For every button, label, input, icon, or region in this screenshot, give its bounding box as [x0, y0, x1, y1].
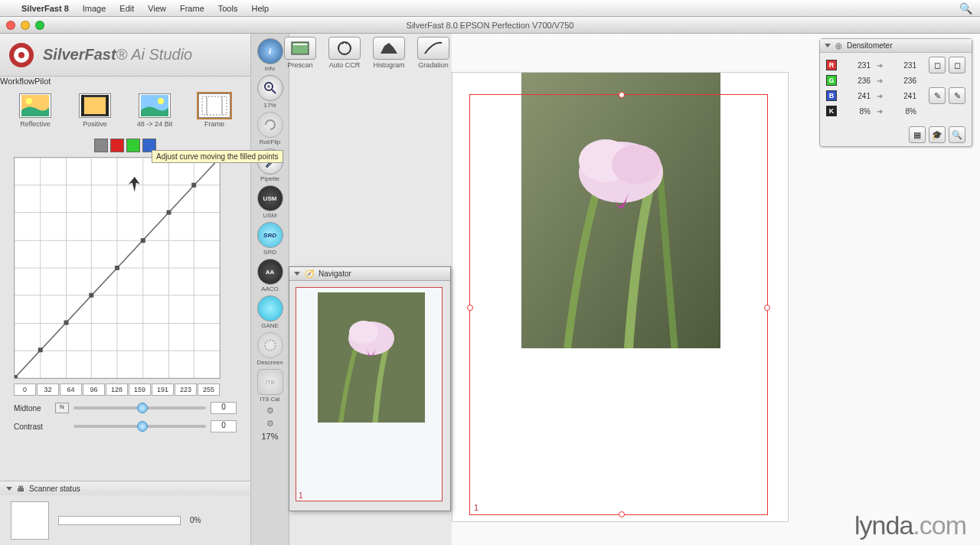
disclosure-icon[interactable] — [294, 272, 300, 276]
densi-btn-3[interactable]: ✎ — [929, 87, 946, 104]
tool-gane[interactable]: GANE — [255, 295, 286, 329]
curve-values: 0 32 64 96 128 159 191 223 255 — [14, 383, 237, 396]
tool-info[interactable]: iInfo — [255, 38, 286, 72]
midtone-label: Midtone — [14, 404, 51, 413]
densi-action-2[interactable]: 🎓 — [929, 126, 946, 143]
arrow-icon: ➔ — [877, 61, 883, 70]
menu-view[interactable]: View — [148, 4, 166, 13]
tool-srd[interactable]: SRDSRD — [255, 222, 286, 256]
channel-r-icon: R — [826, 60, 837, 70]
macos-menubar: SilverFast 8 Image Edit View Frame Tools… — [0, 0, 980, 17]
tool-it8[interactable]: IT8IT8 Cal — [255, 369, 286, 403]
navigator-frame[interactable] — [296, 287, 443, 501]
source-bar: Reflective Positive 48 -> 24 Bit Frame — [0, 86, 250, 135]
menu-help[interactable]: Help — [251, 4, 269, 13]
midtone-knob[interactable] — [137, 403, 148, 413]
svg-rect-40 — [15, 375, 18, 378]
svg-rect-43 — [89, 293, 93, 298]
densi-btn-2[interactable]: ◻ — [949, 57, 965, 73]
curve-val-8[interactable]: 255 — [198, 383, 220, 396]
midtone-value[interactable]: 0 — [211, 402, 237, 414]
menu-tools[interactable]: Tools — [218, 4, 238, 13]
menu-image[interactable]: Image — [83, 4, 106, 13]
svg-line-50 — [272, 90, 276, 93]
navigator-icon: 🧭 — [305, 269, 314, 278]
svg-point-9 — [18, 52, 24, 58]
densi-row-b: B241➔241 ✎✎ — [826, 88, 965, 103]
tool-usm[interactable]: USMUSM — [255, 185, 286, 219]
contrast-knob[interactable] — [137, 421, 148, 432]
window-title: SilverFast 8.0 EPSON Perfection V700/V75… — [0, 21, 980, 30]
source-positive-label: Positive — [74, 120, 116, 128]
svg-rect-13 — [84, 97, 106, 114]
spotlight-icon[interactable]: 🔍 — [959, 2, 972, 15]
curve-val-0[interactable]: 0 — [14, 383, 36, 396]
svg-point-17 — [158, 98, 164, 104]
tool-gear1[interactable]: ⚙ — [255, 406, 286, 416]
densitometer-panel[interactable]: ◎Densitometer R231➔231 ◻◻ G236➔236 B241➔… — [819, 38, 972, 147]
watermark: lynda.com — [854, 511, 966, 540]
tool-descreen[interactable]: Descreen — [255, 332, 286, 366]
tool-rotflip[interactable]: Rot/Flip — [255, 112, 286, 145]
selection-box[interactable] — [469, 94, 768, 515]
svg-rect-59 — [318, 292, 425, 423]
source-frame-label: Frame — [193, 120, 236, 128]
contrast-value[interactable]: 0 — [211, 420, 237, 432]
navigator-thumbnail — [318, 292, 425, 423]
svg-rect-44 — [115, 266, 119, 270]
app-menu[interactable]: SilverFast 8 — [21, 4, 69, 13]
channel-green[interactable] — [126, 139, 140, 152]
midtone-slider[interactable] — [74, 406, 206, 410]
status-percent: 0% — [190, 516, 201, 524]
source-positive[interactable]: Positive — [74, 93, 116, 128]
curve-val-1[interactable]: 32 — [37, 383, 59, 396]
handle-bottom[interactable] — [619, 511, 625, 517]
handle-left[interactable] — [467, 305, 473, 311]
left-panel: SilverFast® Ai Studio WorkflowPilot Refl… — [0, 34, 251, 545]
channel-gray[interactable] — [94, 139, 108, 152]
tool-zoom[interactable]: 17% — [255, 75, 286, 109]
channel-red[interactable] — [110, 139, 124, 152]
source-bitdepth[interactable]: 48 -> 24 Bit — [133, 93, 176, 128]
menu-frame[interactable]: Frame — [180, 4, 204, 13]
svg-rect-47 — [191, 183, 196, 188]
densi-btn-4[interactable]: ✎ — [949, 87, 965, 104]
handle-right[interactable] — [764, 305, 770, 311]
source-reflective[interactable]: Reflective — [14, 93, 57, 128]
tool-aaco[interactable]: AAAACO — [255, 259, 286, 292]
densi-row-g: G236➔236 — [826, 73, 965, 88]
scanner-status-panel: 🖶Scanner status 0% — [0, 481, 250, 545]
gradation-curve[interactable] — [14, 157, 220, 379]
curve-val-7[interactable]: 223 — [175, 383, 197, 396]
curve-val-5[interactable]: 159 — [129, 383, 151, 396]
svg-rect-14 — [81, 95, 83, 116]
navigator-title: Navigator — [318, 269, 351, 278]
contrast-label: Contrast — [14, 423, 51, 431]
svg-rect-15 — [106, 95, 109, 116]
densi-action-3[interactable]: 🔍 — [949, 126, 965, 143]
midtone-n[interactable]: N — [55, 403, 69, 413]
source-frame[interactable]: Frame — [193, 93, 236, 128]
window-titlebar: SilverFast 8.0 EPSON Perfection V700/V75… — [0, 17, 980, 34]
curve-val-4[interactable]: 128 — [106, 383, 128, 396]
disclosure-icon[interactable] — [6, 487, 12, 491]
handle-top[interactable] — [619, 92, 625, 98]
svg-point-11 — [26, 98, 32, 104]
tool-gear2[interactable]: ⚙ — [255, 419, 286, 429]
densi-action-1[interactable]: ▦ — [909, 126, 926, 143]
brand-text: SilverFast® Ai Studio — [43, 46, 192, 64]
vertical-toolcolumn: iInfo 17% Rot/Flip Pipette USMUSM SRDSRD… — [251, 34, 289, 545]
curve-val-3[interactable]: 96 — [83, 383, 105, 396]
curve-val-6[interactable]: 191 — [152, 383, 174, 396]
workflowpilot-icon[interactable] — [8, 41, 35, 69]
menu-edit[interactable]: Edit — [119, 4, 134, 13]
navigator-window[interactable]: 🧭Navigator 1 — [289, 266, 451, 511]
preview-canvas[interactable]: 1 — [452, 72, 789, 522]
disclosure-icon[interactable] — [825, 44, 831, 47]
svg-point-61 — [349, 321, 378, 344]
curve-val-2[interactable]: 64 — [60, 383, 82, 396]
contrast-slider-row: Contrast 0 — [14, 420, 237, 432]
svg-rect-42 — [64, 320, 69, 325]
densi-btn-1[interactable]: ◻ — [929, 57, 946, 73]
contrast-slider[interactable] — [74, 425, 206, 428]
